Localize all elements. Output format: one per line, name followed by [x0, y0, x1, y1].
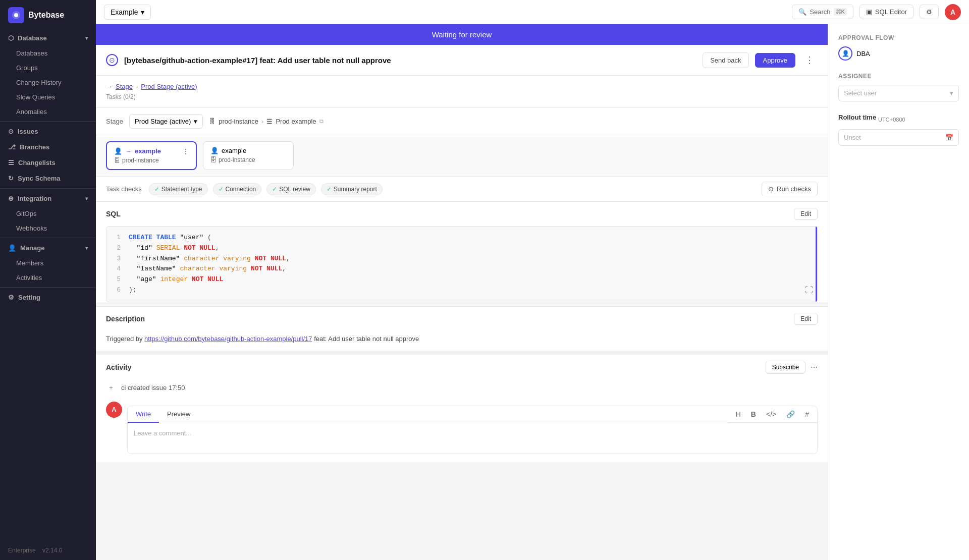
sidebar-group-manage[interactable]: 👤 Manage ▾ — [0, 240, 96, 256]
check-statement-type[interactable]: ✓ Statement type — [149, 183, 208, 195]
sql-edit-button[interactable]: Edit — [794, 208, 818, 220]
dba-row: 👤 DBA — [838, 46, 959, 61]
sidebar-manage-label: Manage — [20, 244, 44, 252]
sidebar-setting-label: Setting — [18, 294, 40, 301]
check-connection-label: Connection — [226, 186, 256, 193]
project-selector[interactable]: Example ▾ — [104, 5, 151, 20]
check-sql-review[interactable]: ✓ SQL review — [266, 183, 316, 195]
arrow-icon: → — [125, 147, 132, 155]
task1-more-button[interactable]: ⋮ — [182, 147, 189, 155]
comment-input[interactable]: Leave a comment... — [128, 423, 817, 454]
sidebar-item-change-history[interactable]: Change History — [0, 75, 96, 90]
more-options-button[interactable]: ⋮ — [801, 52, 818, 68]
task-cards: 👤 → example ⋮ 🗄 prod-instance 👤 example — [96, 135, 828, 177]
sidebar-item-setting[interactable]: ⚙ Setting — [0, 290, 96, 305]
task-checks-bar: Task checks ✓ Statement type ✓ Connectio… — [96, 177, 828, 202]
description-section: Description Edit Triggered by https://gi… — [96, 306, 828, 351]
rollout-section: Rollout time UTC+0800 Unset 📅 — [838, 114, 959, 146]
task-card-1[interactable]: 👤 → example ⋮ 🗄 prod-instance — [106, 141, 197, 170]
check-connection[interactable]: ✓ Connection — [213, 183, 262, 195]
task1-sub: 🗄 prod-instance — [114, 157, 189, 164]
sidebar-item-sync-schema[interactable]: ↻ Sync Schema — [0, 171, 96, 186]
task-card-2[interactable]: 👤 example 🗄 prod-instance — [203, 141, 294, 170]
sql-section-header: SQL Edit — [106, 202, 818, 226]
hash-icon[interactable]: # — [803, 409, 811, 419]
sql-editor-button[interactable]: ▣ SQL Editor — [859, 5, 913, 19]
sidebar-item-databases[interactable]: Databases — [0, 46, 96, 61]
sidebar-item-members[interactable]: Members — [0, 256, 96, 270]
subscribe-button[interactable]: Subscribe — [766, 361, 805, 374]
settings-button[interactable]: ⚙ — [920, 5, 939, 19]
preview-tab[interactable]: Preview — [159, 406, 198, 423]
stage-label: Stage — [106, 118, 123, 125]
link-icon[interactable]: 🔗 — [784, 409, 797, 419]
stage-nav: → Stage - Prod Stage (active) — [106, 83, 818, 90]
check-icon: ✓ — [272, 186, 277, 193]
assignee-select[interactable]: Select user ▾ — [838, 85, 959, 101]
sql-line-3: 3 "firstName" character varying NOT NULL… — [113, 254, 811, 264]
logo-text: Bytebase — [28, 11, 64, 20]
check-summary-report[interactable]: ✓ Summary report — [321, 183, 383, 195]
dba-icon: 👤 — [838, 46, 852, 61]
sidebar-item-activities[interactable]: Activities — [0, 270, 96, 285]
task-checks-label: Task checks — [106, 185, 142, 193]
chevron-down-icon: ▾ — [85, 245, 88, 251]
issue-title: [bytebase/github-action-example#17] feat… — [124, 56, 696, 65]
sidebar-item-slow-queries[interactable]: Slow Queries — [0, 90, 96, 104]
manage-icon: 👤 — [8, 244, 16, 252]
check-sql-review-label: SQL review — [279, 186, 310, 193]
search-box[interactable]: 🔍 Search ⌘K — [792, 5, 853, 19]
task2-sub: 🗄 prod-instance — [210, 156, 286, 163]
rollout-time-input[interactable]: Unset 📅 — [838, 129, 959, 146]
version-label: v2.14.0 — [42, 547, 62, 554]
sidebar-item-changelists[interactable]: ☰ Changelists — [0, 155, 96, 171]
prod-stage-link[interactable]: Prod Stage (active) — [141, 83, 197, 90]
run-checks-button[interactable]: ⊙ Run checks — [762, 182, 818, 196]
approve-button[interactable]: Approve — [755, 53, 795, 68]
more-button[interactable]: ⋯ — [811, 363, 818, 371]
check-icon: ✓ — [154, 186, 159, 193]
sidebar-item-groups[interactable]: Groups — [0, 61, 96, 75]
project-name: Example — [111, 8, 138, 16]
sidebar-item-anomalies[interactable]: Anomalies — [0, 104, 96, 119]
sidebar-group-database-label: Database — [18, 34, 47, 42]
sidebar-item-gitops[interactable]: GitOps — [0, 206, 96, 221]
activity-section: Activity Subscribe ⋯ + ci created issue … — [96, 351, 828, 462]
check-summary-label: Summary report — [334, 186, 377, 193]
stage-select[interactable]: Prod Stage (active) ▾ — [129, 114, 203, 129]
activity-actions: Subscribe ⋯ — [766, 361, 818, 374]
sidebar-item-branches[interactable]: ⎇ Branches — [0, 139, 96, 155]
assignee-placeholder: Select user — [844, 89, 877, 97]
sync-icon: ↻ — [8, 175, 14, 182]
stage-select-value: Prod Stage (active) — [135, 118, 191, 125]
sql-line-6: 6 ); — [113, 285, 811, 296]
sql-editor-label: SQL Editor — [875, 8, 907, 16]
write-tab[interactable]: Write — [128, 406, 159, 423]
expand-button[interactable]: ⛶ — [805, 285, 813, 298]
description-edit-button[interactable]: Edit — [794, 313, 818, 325]
sidebar-group-integration[interactable]: ⊕ Integration ▾ — [0, 191, 96, 206]
description-link[interactable]: https://github.com/bytebase/github-actio… — [144, 335, 312, 343]
sql-title: SQL — [106, 210, 121, 218]
sidebar-group-database[interactable]: ⬡ Database ▾ — [0, 30, 96, 46]
avatar[interactable]: A — [945, 4, 961, 20]
stage-link[interactable]: Stage — [116, 83, 133, 90]
code-icon[interactable]: </> — [764, 409, 778, 419]
external-link-icon: ⧉ — [319, 118, 324, 125]
bold-icon[interactable]: B — [749, 409, 758, 419]
arrow-icon: → — [106, 83, 113, 90]
activity-text: ci created issue 17:50 — [121, 384, 185, 391]
logo: Bytebase — [0, 0, 96, 30]
send-back-button[interactable]: Send back — [703, 52, 748, 68]
tasks-label: Tasks (0/2) — [106, 93, 818, 100]
description-text: Triggered by — [106, 335, 144, 343]
activity-header: Activity Subscribe ⋯ — [106, 355, 818, 380]
heading-icon[interactable]: H — [734, 409, 743, 419]
sql-code-block: 1 CREATE TABLE "user" ( 2 "id" SERIAL NO… — [106, 226, 818, 302]
issues-icon: ⊙ — [8, 128, 14, 135]
svg-point-2 — [14, 13, 18, 17]
sidebar-item-issues[interactable]: ⊙ Issues — [0, 124, 96, 139]
breadcrumb-db: Prod example — [276, 118, 316, 125]
chevron-down-icon: ▾ — [194, 118, 197, 125]
sidebar-item-webhooks[interactable]: Webhooks — [0, 221, 96, 236]
